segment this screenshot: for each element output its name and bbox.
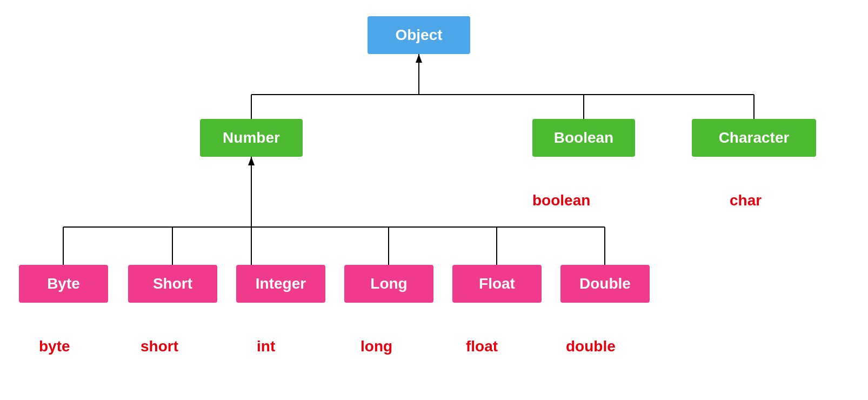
long-label: Long: [370, 275, 407, 292]
float-label: Float: [479, 275, 515, 292]
character-node: Character: [692, 119, 816, 157]
double-label: Double: [579, 275, 631, 292]
short-label: Short: [153, 275, 192, 292]
boolean-label: Boolean: [554, 129, 613, 146]
svg-marker-10: [248, 157, 255, 165]
long-primitive: long: [360, 338, 392, 355]
integer-label: Integer: [256, 275, 306, 292]
float-node: Float: [452, 265, 542, 303]
character-label: Character: [719, 129, 790, 146]
number-node: Number: [200, 119, 303, 157]
int-primitive: int: [257, 338, 275, 355]
char-primitive: char: [730, 192, 762, 209]
double-node: Double: [560, 265, 650, 303]
short-primitive: short: [141, 338, 178, 355]
byte-label: Byte: [47, 275, 80, 292]
short-node: Short: [128, 265, 217, 303]
boolean-primitive: boolean: [532, 192, 590, 209]
number-label: Number: [223, 129, 280, 146]
integer-node: Integer: [236, 265, 325, 303]
svg-marker-7: [416, 54, 422, 63]
byte-primitive: byte: [39, 338, 70, 355]
double-primitive: double: [566, 338, 616, 355]
object-node: Object: [368, 16, 470, 54]
byte-node: Byte: [19, 265, 108, 303]
diagram: Object Number Boolean Character Byte Sho…: [0, 0, 868, 400]
object-label: Object: [395, 26, 442, 44]
boolean-node: Boolean: [532, 119, 635, 157]
float-primitive: float: [466, 338, 498, 355]
long-node: Long: [344, 265, 433, 303]
